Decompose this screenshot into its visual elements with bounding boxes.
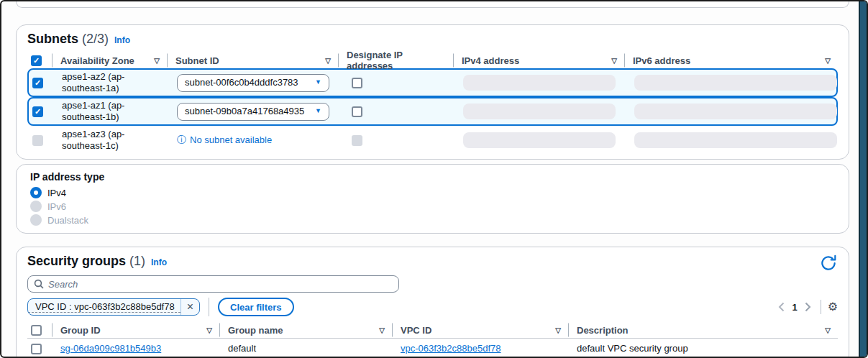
radio-option-ipv4[interactable]: IPv4: [30, 186, 835, 199]
subnet-row-apse1-az2[interactable]: ✓ apse1-az2 (ap-southeast-1a) subnet-00f…: [27, 68, 838, 97]
select-all-groups-checkbox[interactable]: [31, 325, 42, 336]
search-icon: [34, 279, 44, 289]
next-page-button[interactable]: [802, 300, 814, 313]
radio-option-dualstack: Dualstack: [30, 214, 835, 226]
column-header-ipv4[interactable]: IPv4 address ▽: [453, 50, 624, 71]
subnets-card: Subnets (2/3) Info ✓ Availability Zone ▽…: [16, 24, 849, 160]
designate-ip-checkbox-disabled: [352, 135, 362, 146]
remove-filter-button[interactable]: ×: [181, 299, 199, 315]
sort-icon[interactable]: ▽: [825, 326, 831, 334]
clear-filters-button[interactable]: Clear filters: [218, 298, 294, 316]
chevron-left-icon: [778, 302, 785, 312]
availability-zone-label: apse1-az3 (ap-southeast-1c): [62, 129, 148, 152]
refresh-button[interactable]: [819, 254, 838, 272]
column-header-ipv6[interactable]: IPv6 address ▽: [624, 50, 838, 71]
ipv4-address-placeholder: [463, 132, 616, 148]
sort-icon[interactable]: ▽: [555, 326, 561, 334]
search-box[interactable]: [27, 275, 399, 293]
ipv6-address-placeholder: [634, 75, 837, 91]
close-icon: ×: [187, 300, 193, 313]
subnets-table-header: ✓ Availability Zone ▽ Subnet ID ▽ Design…: [27, 50, 838, 68]
sort-icon[interactable]: ▽: [154, 57, 160, 65]
settings-gear-icon[interactable]: ⚙: [828, 301, 838, 313]
subnets-count: (2/3): [82, 32, 109, 47]
page-scrollbar[interactable]: [859, 1, 867, 357]
radio-disabled-icon: [30, 201, 42, 212]
previous-card-bottom: [16, 1, 849, 8]
column-header-subnet-id[interactable]: Subnet ID ▽: [167, 50, 338, 71]
page-content: Subnets (2/3) Info ✓ Availability Zone ▽…: [16, 1, 849, 358]
availability-zone-label: apse1-az1 (ap-southeast-1b): [62, 100, 148, 124]
subnet-row-apse1-az3: apse1-az3 (ap-southeast-1c) ⓘ No subnet …: [27, 126, 838, 155]
radio-disabled-icon: [30, 214, 42, 226]
sort-icon[interactable]: ▽: [825, 57, 831, 65]
filter-token-label[interactable]: VPC ID : vpc-063f3b2c88be5df78: [28, 301, 181, 313]
check-icon: ✓: [35, 108, 41, 116]
security-group-checkbox[interactable]: [31, 344, 42, 354]
radio-selected-icon[interactable]: [30, 187, 42, 198]
column-header-vpc-id[interactable]: VPC ID ▽: [392, 322, 568, 338]
column-header-description[interactable]: Description ▽: [568, 322, 838, 338]
column-header-designate-ip: Designate IP addresses: [338, 50, 453, 71]
check-icon: ✓: [35, 79, 41, 87]
subnets-header: Subnets (2/3) Info: [27, 32, 838, 47]
subnet-row-checkbox[interactable]: ✓: [32, 78, 43, 88]
refresh-icon: [819, 254, 838, 272]
chevron-right-icon: [805, 302, 811, 312]
subnet-row-checkbox[interactable]: ✓: [32, 106, 43, 117]
info-icon: ⓘ: [177, 134, 186, 146]
ip-address-type-label: IP address type: [30, 171, 835, 183]
search-input[interactable]: [48, 279, 393, 290]
check-icon: ✓: [33, 57, 40, 65]
security-groups-table-header: Group ID ▽ Group name ▽ VPC ID ▽ Descrip…: [27, 322, 838, 339]
security-groups-title: Security groups: [27, 254, 126, 269]
select-all-subnets-checkbox[interactable]: ✓: [31, 55, 42, 66]
ipv4-address-placeholder: [463, 104, 616, 119]
description-value: default VPC security group: [568, 343, 838, 354]
security-groups-info-link[interactable]: Info: [151, 257, 167, 267]
sort-icon[interactable]: ▽: [379, 326, 385, 334]
ipv4-address-placeholder: [463, 75, 616, 91]
subnets-info-link[interactable]: Info: [114, 35, 130, 45]
column-header-group-id[interactable]: Group ID ▽: [52, 322, 219, 338]
pagination: 1 ⚙: [775, 300, 838, 314]
subnets-title: Subnets: [27, 32, 78, 47]
subnet-row-apse1-az1[interactable]: ✓ apse1-az1 (ap-southeast-1b) subnet-09b…: [27, 97, 838, 126]
ipv6-address-placeholder: [634, 104, 837, 119]
designate-ip-checkbox[interactable]: [352, 106, 362, 117]
group-id-link[interactable]: sg-06da909c981b549b3: [60, 343, 161, 354]
subnet-id-dropdown[interactable]: subnet-09b0a7a41768a4935 ▼: [177, 103, 329, 121]
sort-icon[interactable]: ▽: [206, 326, 212, 334]
column-header-availability-zone[interactable]: Availability Zone ▽: [52, 50, 167, 71]
sort-icon[interactable]: ▽: [611, 57, 617, 65]
sort-icon[interactable]: ▽: [325, 57, 331, 65]
vpc-id-filter-token[interactable]: VPC ID : vpc-063f3b2c88be5df78 ×: [27, 298, 200, 316]
subnet-row-checkbox-disabled: [32, 135, 43, 146]
subnet-id-value: subnet-09b0a7a41768a4935: [185, 106, 304, 117]
ip-address-type-options: IPv4 IPv6 Dualstack: [30, 186, 835, 226]
divider: [209, 298, 209, 316]
aws-console-page: { "icons": { "sort_glyph": "▽", "caret_g…: [0, 0, 868, 358]
subnet-id-dropdown[interactable]: subnet-00f6c0b4dddfc3783 ▼: [177, 74, 329, 92]
chevron-down-icon: ▼: [315, 78, 321, 86]
previous-page-button[interactable]: [775, 300, 787, 313]
security-groups-count: (1): [129, 254, 145, 269]
security-groups-card: Security groups (1) Info VPC ID : vpc-06…: [16, 247, 849, 358]
column-header-group-name[interactable]: Group name ▽: [219, 322, 392, 338]
security-groups-header: Security groups (1) Info: [27, 254, 167, 269]
ipv6-address-placeholder: [634, 132, 837, 148]
no-subnet-available-message: ⓘ No subnet available: [177, 134, 339, 146]
ip-address-type-card: IP address type IPv4 IPv6 Dualstack: [16, 164, 849, 234]
subnet-id-value: subnet-00f6c0b4dddfc3783: [185, 77, 298, 88]
designate-ip-checkbox[interactable]: [352, 78, 362, 88]
radio-option-ipv6: IPv6: [30, 200, 835, 213]
page-number[interactable]: 1: [792, 302, 797, 313]
group-name-value: default: [219, 343, 392, 354]
availability-zone-label: apse1-az2 (ap-southeast-1a): [62, 71, 148, 95]
security-group-row[interactable]: sg-06da909c981b549b3 default vpc-063f3b2…: [27, 339, 838, 358]
divider: [821, 300, 821, 314]
chevron-down-icon: ▼: [315, 107, 321, 115]
vpc-id-link[interactable]: vpc-063f3b2c88be5df78: [401, 343, 501, 354]
